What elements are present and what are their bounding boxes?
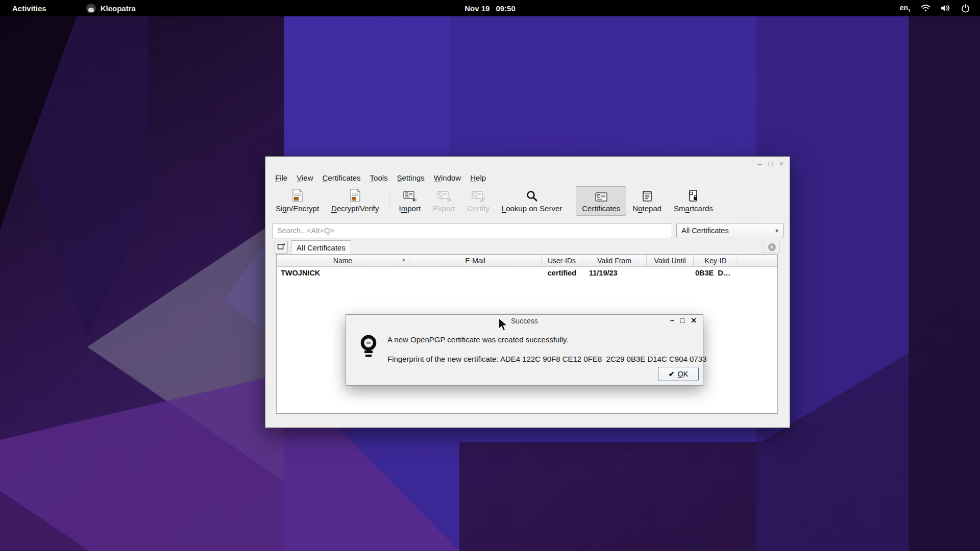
wifi-icon[interactable]: [921, 4, 930, 12]
clock-date: Nov 19: [464, 4, 489, 13]
toolbar-separator: [572, 190, 572, 212]
certificates-view-label: Certificates: [582, 204, 620, 213]
card-export-icon: [437, 189, 451, 202]
focused-app-name: Kleopatra: [101, 4, 136, 13]
lightbulb-icon: [359, 334, 378, 362]
power-icon[interactable]: [961, 4, 970, 13]
sort-descending-icon: ▼: [402, 258, 406, 263]
close-icon[interactable]: ×: [779, 160, 783, 167]
ok-label: OK: [677, 370, 688, 378]
menu-help[interactable]: Help: [465, 172, 491, 183]
kleopatra-app-icon: [86, 4, 96, 13]
chevron-down-icon: ▾: [775, 227, 778, 234]
smartcards-label: Smartcards: [674, 204, 713, 213]
import-button[interactable]: Import: [393, 186, 427, 216]
search-icon: [526, 189, 538, 202]
clock-time: 09:50: [496, 4, 515, 13]
certificates-view-button[interactable]: Certificates: [576, 186, 626, 216]
column-header-name[interactable]: Name ▼: [277, 255, 409, 266]
table-row[interactable]: TWOJNICK certified 11/19/23 0B3E D…: [277, 267, 777, 279]
decrypt-verify-button[interactable]: Decrypt/Verify: [325, 186, 385, 216]
lookup-on-server-label: Lookup on Server: [502, 204, 562, 213]
column-header-user-ids[interactable]: User-IDs: [542, 255, 582, 266]
checkmark-icon: ✔: [669, 370, 675, 378]
system-status-area[interactable]: en1: [900, 0, 970, 16]
maximize-icon[interactable]: □: [768, 160, 772, 167]
document-sign-icon: [292, 189, 303, 202]
search-row: All Certificates ▾: [273, 223, 783, 238]
export-label: Export: [433, 204, 455, 213]
notepad-button[interactable]: Notepad: [626, 186, 668, 216]
tab-bar: All Certificates ✕: [265, 240, 790, 254]
sign-encrypt-button[interactable]: Sign/Encrypt: [270, 186, 325, 216]
menu-certificates[interactable]: Certificates: [317, 172, 365, 183]
lookup-on-server-button[interactable]: Lookup on Server: [496, 186, 568, 216]
new-tab-icon: [277, 243, 285, 252]
window-controls: – □ ×: [758, 160, 783, 167]
column-header-valid-until[interactable]: Valid Until: [647, 255, 694, 266]
cell-user-ids: certified: [542, 269, 582, 277]
menu-file[interactable]: File: [271, 172, 292, 183]
export-button[interactable]: Export: [427, 186, 461, 216]
notepad-icon: [642, 189, 653, 202]
volume-icon[interactable]: [941, 4, 951, 12]
dialog-message: A new OpenPGP certificate was created su…: [387, 335, 569, 344]
menu-window[interactable]: Window: [429, 172, 465, 183]
certificate-filter-dropdown[interactable]: All Certificates ▾: [676, 223, 783, 238]
new-tab-button[interactable]: [275, 241, 288, 254]
dialog-maximize-icon[interactable]: □: [680, 317, 684, 324]
sign-encrypt-label: Sign/Encrypt: [276, 204, 319, 213]
activities-button[interactable]: Activities: [12, 4, 46, 13]
dialog-fingerprint: Fingerprint of the new certificate: ADE4…: [387, 355, 706, 363]
gnome-top-bar: Activities Kleopatra Nov 19 09:50 en1: [0, 0, 980, 16]
dialog-minimize-icon[interactable]: –: [670, 317, 674, 324]
toolbar: Sign/Encrypt Decrypt/Verify: [265, 185, 790, 217]
tab-all-certificates[interactable]: All Certificates: [291, 240, 351, 254]
smartcard-icon: [688, 189, 698, 202]
card-import-icon: [403, 189, 417, 202]
dialog-close-icon[interactable]: ✕: [691, 317, 697, 324]
filter-value: All Certificates: [681, 227, 729, 235]
keyboard-layout-indicator[interactable]: en1: [900, 4, 911, 13]
tab-label: All Certificates: [297, 243, 346, 252]
notepad-label: Notepad: [632, 204, 662, 213]
dialog-window-controls: – □ ✕: [670, 317, 697, 324]
card-certify-icon: [471, 189, 485, 202]
focused-app-indicator[interactable]: Kleopatra: [86, 4, 136, 13]
close-tab-button[interactable]: ✕: [764, 241, 780, 253]
certify-label: Certify: [467, 204, 489, 213]
clock-button[interactable]: Nov 19 09:50: [464, 4, 516, 13]
close-tab-icon: ✕: [768, 243, 776, 251]
menu-bar: File View Certificates Tools Settings Wi…: [265, 171, 790, 185]
smartcards-button[interactable]: Smartcards: [668, 186, 719, 216]
menu-view[interactable]: View: [292, 172, 317, 183]
kleopatra-window: – □ × File View Certificates Tools Setti…: [265, 156, 790, 428]
import-label: Import: [399, 204, 421, 213]
column-header-valid-from[interactable]: Valid From: [582, 255, 647, 266]
toolbar-separator: [389, 190, 389, 212]
search-input[interactable]: [273, 223, 672, 238]
document-verify-icon: [350, 189, 361, 202]
column-header-key-id[interactable]: Key-ID: [694, 255, 738, 266]
cell-valid-from: 11/19/23: [582, 269, 647, 277]
ok-button[interactable]: ✔ OK: [658, 367, 699, 381]
column-header-email[interactable]: E-Mail: [409, 255, 542, 266]
success-dialog: Success – □ ✕ A new OpenPGP certificate …: [346, 314, 703, 386]
menu-tools[interactable]: Tools: [365, 172, 393, 183]
minimize-icon[interactable]: –: [758, 160, 762, 167]
certify-button[interactable]: Certify: [461, 186, 495, 216]
table-header: Name ▼ E-Mail User-IDs Valid From Valid …: [277, 255, 777, 267]
cell-name: TWOJNICK: [277, 269, 409, 277]
dialog-title: Success: [346, 315, 703, 327]
card-id-icon: [595, 189, 608, 202]
decrypt-verify-label: Decrypt/Verify: [331, 204, 379, 213]
column-header-filler: [738, 255, 777, 266]
menu-settings[interactable]: Settings: [393, 172, 429, 183]
cell-key-id: 0B3E D…: [694, 269, 738, 277]
